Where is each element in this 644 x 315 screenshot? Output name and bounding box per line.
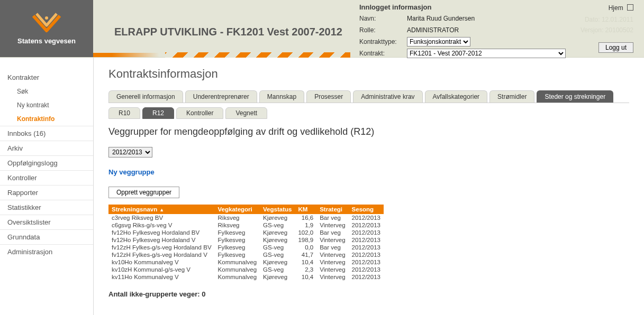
table-row[interactable]: fv12zH Fylkes-g/s-veg Hordaland VFylkesv… bbox=[108, 251, 384, 258]
kontrakttype-select[interactable]: Funksjonskontrakt bbox=[407, 37, 470, 47]
tab-steder-og-strekninger[interactable]: Steder og strekninger bbox=[537, 90, 613, 103]
sidebar-item-administrasjon[interactable]: Administrasjon bbox=[0, 244, 93, 259]
col-sesong[interactable]: Sesong bbox=[349, 205, 384, 214]
sidebar-item-kontroller[interactable]: Kontroller bbox=[0, 170, 93, 185]
table-row[interactable]: kv10zH Kommunal-g/s-veg VKommunalvegGS-v… bbox=[108, 266, 384, 273]
logout-button[interactable]: Logg ut bbox=[598, 42, 633, 53]
page-title: Kontraktsinformasjon bbox=[108, 67, 629, 81]
table-row[interactable]: c6gsvg Riks-g/s-veg VRiksvegGS-veg1,9Vin… bbox=[108, 221, 384, 229]
sidebar-item-sok[interactable]: Søk bbox=[0, 85, 93, 98]
tab-avfallskategorier[interactable]: Avfallskategorier bbox=[425, 90, 488, 103]
info-title: Innlogget informasjon bbox=[359, 3, 634, 11]
versjon-display: Versjon: 20100502 bbox=[580, 26, 633, 34]
label-kontrakttype: Kontrakttype: bbox=[359, 38, 407, 45]
tab-prosesser[interactable]: Prosesser bbox=[306, 90, 351, 103]
org-logo-icon bbox=[32, 13, 61, 34]
content-area: Kontraktsinformasjon Generell informasjo… bbox=[94, 58, 644, 315]
new-veggruppe-link[interactable]: Ny veggruppe bbox=[108, 168, 155, 176]
col-strekningsnavn[interactable]: Strekningsnavn bbox=[108, 205, 215, 214]
veggrupper-table: StrekningsnavnVegkategoriVegstatusKMStra… bbox=[108, 205, 384, 281]
logged-in-info-panel: Innlogget informasjon Hjem Dato: 12.01.2… bbox=[350, 0, 644, 57]
label-rolle: Rolle: bbox=[359, 26, 407, 34]
sidebar-item-kontrakter[interactable]: Kontrakter bbox=[0, 70, 93, 85]
subtab-vegnett[interactable]: Vegnett bbox=[225, 107, 267, 119]
tab-mannskap[interactable]: Mannskap bbox=[259, 90, 304, 103]
sidebar-item-grunndata[interactable]: Grunndata bbox=[0, 229, 93, 244]
sidebar-item-oppfolgingslogg[interactable]: Oppfølgingslogg bbox=[0, 155, 93, 170]
sidebar-item-statistikker[interactable]: Statistikker bbox=[0, 200, 93, 215]
sub-tabs: R10R12KontrollerVegnett bbox=[108, 107, 629, 119]
org-logo-block: Statens vegvesen bbox=[0, 0, 93, 57]
col-vegkategori[interactable]: Vegkategori bbox=[215, 205, 260, 214]
sidebar-item-rapporter[interactable]: Rapporter bbox=[0, 185, 93, 200]
value-rolle: ADMINISTRATOR bbox=[407, 26, 459, 34]
tab-underentrepren-rer[interactable]: Underentreprenører bbox=[185, 90, 257, 103]
subtab-r12[interactable]: R12 bbox=[142, 107, 174, 119]
value-navn: Marita Ruud Gundersen bbox=[407, 15, 475, 22]
maximize-icon[interactable] bbox=[627, 4, 633, 11]
sidebar-item-oversiktslister[interactable]: Oversiktslister bbox=[0, 215, 93, 229]
col-strategi[interactable]: Strategi bbox=[316, 205, 348, 214]
svg-point-0 bbox=[45, 16, 48, 20]
year-select[interactable]: 2012/2013 bbox=[108, 147, 152, 158]
table-row[interactable]: fv12zH Fylkes-g/s-veg Hordaland BVFylkes… bbox=[108, 244, 384, 251]
sidebar-item-innboks[interactable]: Innboks (16) bbox=[0, 126, 93, 141]
section-title: Veggrupper for mengdeoppfølging av drift… bbox=[108, 126, 629, 137]
table-row[interactable]: fv12Ho Fylkesveg Hordaland BVFylkesvegKj… bbox=[108, 229, 384, 236]
tab-str-midler[interactable]: Strømidler bbox=[489, 90, 534, 103]
table-row[interactable]: kv10Ho Kommunalveg VKommunalvegKjøreveg1… bbox=[108, 258, 384, 266]
label-kontrakt: Kontrakt: bbox=[359, 50, 407, 57]
home-link[interactable]: Hjem bbox=[609, 4, 633, 12]
sidebar-item-nykontrakt[interactable]: Ny kontrakt bbox=[0, 98, 93, 112]
table-row[interactable]: fv12Ho Fylkesveg Hordaland VFylkesvegKjø… bbox=[108, 236, 384, 244]
subtab-kontroller[interactable]: Kontroller bbox=[176, 107, 223, 119]
kontrakt-select[interactable]: FK1201 - Vest 2007-2012 bbox=[407, 49, 566, 58]
col-km[interactable]: KM bbox=[295, 205, 316, 214]
org-name: Statens vegvesen bbox=[17, 37, 76, 45]
app-title: ELRAPP UTVIKLING - FK1201 Vest 2007-2012 bbox=[114, 26, 350, 38]
tab-administrative-krav[interactable]: Administrative krav bbox=[353, 90, 422, 103]
label-navn: Navn: bbox=[359, 15, 407, 22]
sidebar: Kontrakter Søk Ny kontrakt Kontraktinfo … bbox=[0, 58, 94, 315]
table-row[interactable]: kv11Ho Kommunalveg VKommunalvegKjøreveg1… bbox=[108, 273, 384, 281]
primary-tabs: Generell informasjonUnderentreprenørerMa… bbox=[108, 90, 629, 103]
sidebar-item-arkiv[interactable]: Arkiv bbox=[0, 141, 93, 155]
dato-display: Dato: 12.01.2011 bbox=[585, 16, 633, 23]
ungrouped-count: Antall ikke-grupperte veger: 0 bbox=[108, 290, 629, 298]
header-stripe bbox=[93, 53, 350, 57]
table-row[interactable]: c3rveg Riksveg BVRiksvegKjøreveg16,6Bar … bbox=[108, 214, 384, 221]
create-veggrupper-button[interactable]: Opprett veggrupper bbox=[108, 187, 179, 198]
subtab-r10[interactable]: R10 bbox=[108, 107, 140, 119]
tab-generell-informasjon[interactable]: Generell informasjon bbox=[108, 90, 183, 103]
sidebar-item-kontraktinfo[interactable]: Kontraktinfo bbox=[0, 112, 93, 126]
col-vegstatus[interactable]: Vegstatus bbox=[260, 205, 295, 214]
